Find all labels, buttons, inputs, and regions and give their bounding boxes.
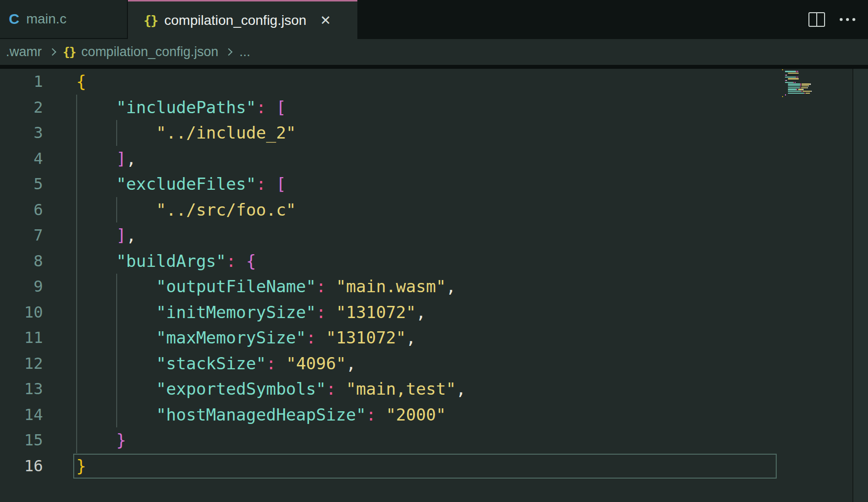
line-number: 5 (0, 171, 43, 197)
tab-label: compilation_config.json (165, 13, 307, 28)
indent-guide (76, 248, 77, 274)
code-text: "outputFileName": "main.wasm", (43, 274, 868, 300)
line-number: 3 (0, 120, 43, 146)
code-text: "excludeFiles": [ (43, 171, 868, 197)
indent-guide (76, 376, 77, 402)
breadcrumb-item-symbol[interactable]: ... (239, 44, 250, 60)
indent-guide (116, 351, 117, 377)
indent-guide (76, 325, 77, 351)
indent-guide (116, 300, 117, 325)
indent-guide (116, 274, 117, 300)
line-number: 15 (0, 427, 43, 453)
indent-guide (116, 376, 117, 402)
json-braces-icon: {} (144, 14, 158, 27)
code-text: "../src/foo.c" (43, 197, 868, 223)
code-line-13[interactable]: 13 "exportedSymbols": "main,test", (0, 376, 868, 402)
code-line-12[interactable]: 12 "stackSize": "4096", (0, 351, 868, 377)
line-number: 13 (0, 376, 43, 402)
c-language-icon: C (9, 12, 20, 26)
code-text: "includePaths": [ (43, 95, 868, 120)
split-editor-divider (816, 13, 817, 26)
tab-bar-actions (808, 0, 868, 39)
code-text: "buildArgs": { (43, 248, 868, 274)
indent-guide (76, 402, 77, 428)
code-line-7[interactable]: 7 ], (0, 222, 868, 248)
code-text: { (43, 69, 868, 95)
code-line-6[interactable]: 6 "../src/foo.c" (0, 197, 868, 223)
indent-guide (76, 146, 77, 172)
code-text: ], (43, 222, 868, 248)
code-text: "maxMemorySize": "131072", (43, 325, 868, 351)
code-line-4[interactable]: 4 ], (0, 146, 868, 172)
editor-tab-bar: C main.c {} compilation_config.json ✕ (0, 0, 868, 39)
code-editor[interactable]: 1{2 "includePaths": [3 "../include_2"4 ]… (0, 69, 868, 502)
indent-guide (76, 222, 77, 248)
line-number: 7 (0, 222, 43, 248)
tab-label: main.c (26, 11, 66, 27)
line-number: 1 (0, 69, 43, 95)
breadcrumb-item-wamr[interactable]: .wamr (6, 44, 42, 60)
code-text: "../include_2" (43, 120, 868, 146)
indent-guide (76, 351, 77, 377)
line-number: 2 (0, 95, 43, 120)
indent-guide (76, 171, 77, 197)
code-line-1[interactable]: 1{ (0, 69, 868, 95)
line-number: 9 (0, 274, 43, 300)
line-number: 10 (0, 300, 43, 325)
line-number: 16 (0, 453, 43, 479)
breadcrumb-item-file[interactable]: compilation_config.json (82, 44, 219, 60)
indent-guide (76, 274, 77, 300)
indent-guide (76, 197, 77, 223)
tab-compilation-config[interactable]: {} compilation_config.json ✕ (128, 0, 357, 39)
code-lines-container: 1{2 "includePaths": [3 "../include_2"4 ]… (0, 69, 868, 479)
chevron-right-icon (48, 48, 56, 56)
vscode-editor-window: C main.c {} compilation_config.json ✕ .w… (0, 0, 868, 502)
indent-guide (116, 120, 117, 146)
close-tab-icon[interactable]: ✕ (320, 14, 331, 27)
code-line-8[interactable]: 8 "buildArgs": { (0, 248, 868, 274)
code-text: "initMemorySize": "131072", (43, 300, 868, 325)
editor-header-separator (0, 65, 868, 69)
line-number: 8 (0, 248, 43, 274)
code-line-5[interactable]: 5 "excludeFiles": [ (0, 171, 868, 197)
minimap[interactable] (779, 69, 852, 502)
line-number: 14 (0, 402, 43, 428)
indent-guide (116, 197, 117, 223)
code-line-3[interactable]: 3 "../include_2" (0, 120, 868, 146)
line-number: 11 (0, 325, 43, 351)
indent-guide (76, 300, 77, 325)
code-line-16[interactable]: 16} (0, 453, 868, 479)
code-line-11[interactable]: 11 "maxMemorySize": "131072", (0, 325, 868, 351)
indent-guide (116, 325, 117, 351)
json-braces-icon: {} (63, 46, 76, 58)
code-line-15[interactable]: 15 } (0, 427, 868, 453)
breadcrumb: .wamr {} compilation_config.json ... (0, 39, 868, 65)
code-text: } (43, 427, 868, 453)
ellipsis-icon[interactable] (840, 15, 855, 24)
indent-guide (116, 402, 117, 428)
line-number: 4 (0, 146, 43, 172)
indent-guide (76, 427, 77, 453)
indent-guide (76, 95, 77, 120)
split-editor-icon[interactable] (808, 12, 825, 27)
code-line-9[interactable]: 9 "outputFileName": "main.wasm", (0, 274, 868, 300)
code-text: ], (43, 146, 868, 172)
chevron-right-icon (225, 48, 233, 56)
minimap-line (782, 96, 852, 98)
code-text: "hostManagedHeapSize": "2000" (43, 402, 868, 428)
code-line-14[interactable]: 14 "hostManagedHeapSize": "2000" (0, 402, 868, 428)
vertical-scrollbar-track[interactable] (853, 69, 868, 502)
code-text: "exportedSymbols": "main,test", (43, 376, 868, 402)
code-line-2[interactable]: 2 "includePaths": [ (0, 95, 868, 120)
tab-main-c[interactable]: C main.c (0, 0, 127, 38)
line-number: 6 (0, 197, 43, 223)
code-text: "stackSize": "4096", (43, 351, 868, 377)
indent-guide (76, 120, 77, 146)
line-number: 12 (0, 351, 43, 377)
code-line-10[interactable]: 10 "initMemorySize": "131072", (0, 300, 868, 325)
code-text: } (43, 453, 868, 479)
